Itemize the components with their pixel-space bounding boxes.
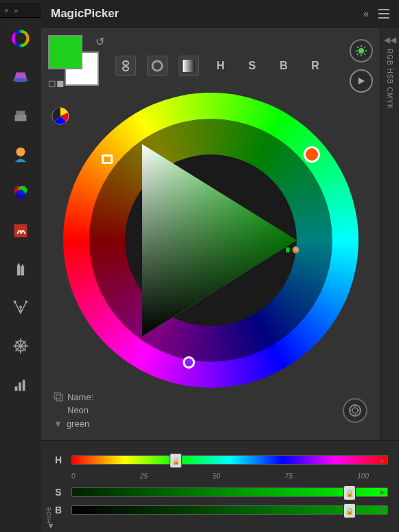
ring-mode-button[interactable] [147,56,168,76]
play-button[interactable] [350,69,373,93]
svg-rect-2 [15,115,27,121]
tool-rgb-circles-icon[interactable] [5,177,36,207]
svg-point-10 [25,301,28,303]
svg-rect-18 [19,382,21,391]
svg-rect-19 [23,380,25,391]
sliders-panel: H 🔒 ▲ 0 25 50 75 100 S 🔒 ▶ B [41,440,399,532]
color-wheel[interactable]: 🔒 [63,93,358,388]
collapse-icon[interactable]: « [363,8,369,19]
svg-point-7 [16,189,25,198]
color-modes-label[interactable]: RGB HSB CMYK [386,49,394,110]
hue-ring-selector[interactable] [102,154,113,164]
svg-rect-3 [16,111,25,115]
h-slider-thumb[interactable]: 🔒 [170,453,182,468]
b-slider-arrows[interactable]: ▼ [379,507,385,513]
svg-point-23 [152,61,162,71]
tool-chart-icon[interactable] [5,369,36,400]
content-area: ↺ ◻◼ H S B R [41,28,380,441]
svg-point-37 [352,408,358,413]
svg-rect-17 [15,386,18,391]
svg-rect-24 [183,60,195,72]
svg-line-31 [364,54,365,55]
s-slider-thumb[interactable]: 🔒 [343,485,356,500]
lock-indicator[interactable]: 🔒 [285,242,300,257]
svg-point-21 [123,61,128,65]
tool-portrait-icon[interactable] [5,139,36,169]
shade-marker[interactable] [183,356,195,369]
color-name-2: green [67,417,89,431]
svg-rect-35 [56,395,62,401]
svg-point-9 [14,301,16,303]
h-slider[interactable]: 🔒 [71,455,388,465]
magicpicker-logo-icon[interactable] [5,23,36,54]
b-mode-button[interactable]: B [273,56,294,76]
panel-title: MagicPicker [51,7,119,21]
gem-button[interactable] [343,398,367,423]
tool-magic-hat-icon[interactable] [5,62,36,92]
name-label: Name: [67,391,93,404]
toolbar: H S B R [115,39,373,93]
tool-script-icon[interactable] [5,216,36,246]
tool-disk-icon[interactable] [5,100,36,130]
hide-arrow-icon[interactable]: ▼ [47,521,55,531]
b-slider-label: B [52,505,65,516]
b-slider-thumb[interactable]: 🔒 [343,503,356,518]
expand-icon[interactable]: » [14,6,18,14]
tool-pen-icon[interactable] [5,292,36,323]
h-slider-arrows[interactable]: ▲ [379,457,385,463]
copy-icon[interactable] [54,392,63,402]
tool-helm-icon[interactable] [5,331,36,361]
link-button[interactable] [115,56,136,76]
s-slider[interactable]: 🔒 [71,487,388,497]
foreground-swatch[interactable] [48,35,82,69]
tool-sidebar: × » [0,0,41,532]
svg-point-0 [14,32,28,46]
slider-ticks: 0 25 50 75 100 [52,472,388,480]
swap-colors-icon[interactable]: ↺ [95,35,104,48]
s-slider-arrows[interactable]: ▶ [380,489,385,496]
svg-point-1 [13,78,28,82]
color-wheel-area: 🔒 [48,93,373,388]
s-slider-label: S [52,487,65,498]
svg-point-11 [19,305,22,308]
right-strip: ◀◀ RGB HSB CMYK [380,28,399,441]
svg-line-30 [357,47,358,48]
svg-point-4 [16,148,25,157]
swatch-pair: ↺ ◻◼ [48,35,109,89]
menu-icon[interactable] [378,9,389,19]
svg-line-33 [357,54,358,55]
h-slider-label: H [52,454,65,465]
main-panel: MagicPicker « ↺ ◻◼ [41,0,399,532]
default-colors-icon[interactable]: ◻◼ [48,78,65,89]
tool-brushes-icon[interactable] [5,254,36,284]
svg-point-22 [123,67,128,71]
sidebar-tab-header: × » [0,3,41,18]
gradient-mode-button[interactable] [179,56,199,76]
hue-marker[interactable] [304,146,320,163]
svg-point-25 [358,48,364,54]
h-mode-button[interactable]: H [210,56,231,76]
r-mode-button[interactable]: R [305,56,326,76]
brightness-button[interactable] [350,39,373,62]
titlebar: MagicPicker « [41,0,399,28]
svg-line-32 [364,47,365,48]
svg-rect-34 [54,393,60,399]
right-collapse-icon[interactable]: ◀◀ [384,35,396,45]
close-icon[interactable]: × [4,6,8,14]
color-name-1: Neon [54,404,93,417]
color-name-row: Name: Neon ▼ green [48,388,373,434]
s-mode-button[interactable]: S [242,56,262,76]
sv-triangle[interactable] [122,137,300,343]
b-slider[interactable]: 🔒 [71,505,388,515]
expand-down-icon[interactable]: ▼ [54,417,62,431]
